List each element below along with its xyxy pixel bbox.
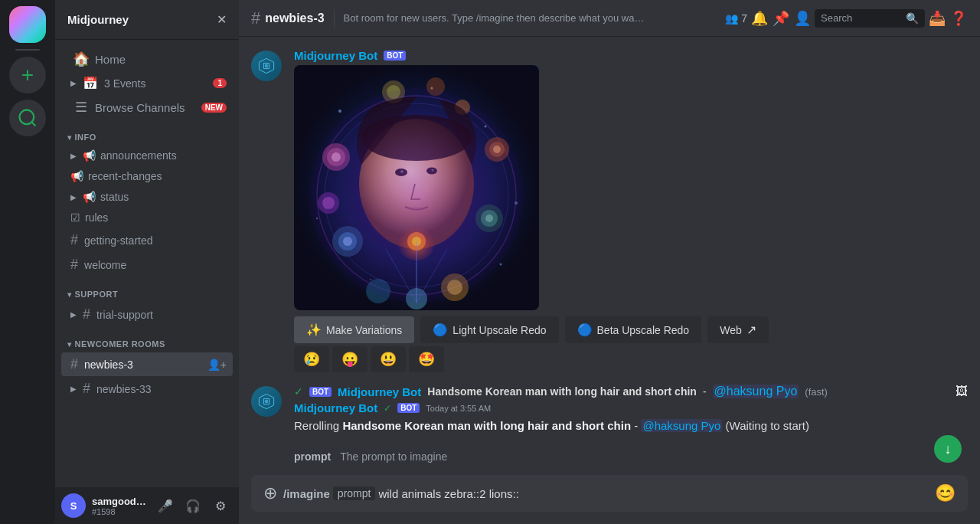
sidebar-item-browse[interactable]: ☰ Browse Channels NEW [61,95,233,120]
reaction-tongue[interactable]: 😛 [332,346,368,372]
explore-button[interactable] [9,100,46,136]
search-box[interactable]: 🔍 [815,9,925,28]
channel-newbies-33[interactable]: ▶ # newbies-33 [61,377,233,401]
web-button[interactable]: Web ↗ [707,316,769,343]
channel-announcements[interactable]: ▶ 📢 announcements [61,146,233,165]
light-upscale-label: Light Upscale Redo [452,324,546,336]
user-controls: 🎤 🎧 ⚙ [153,493,233,518]
header-mention: @haksung Pyo [713,385,799,398]
add-server-button[interactable]: + [9,57,46,93]
reaction-sad[interactable]: 😢 [294,346,329,372]
bot-avatar-2 [251,386,282,417]
channel-name: welcome [84,259,126,271]
members-number: 7 [741,12,747,25]
sub-bot-badge: BOT [397,403,420,413]
search-input[interactable] [821,12,901,24]
events-icon: 📅 [83,76,98,90]
svg-point-1 [265,64,269,68]
attach-button[interactable]: ⊕ [263,483,277,503]
beta-upscale-icon: 🔵 [577,323,593,337]
members-button[interactable]: 👤 [793,9,812,28]
user-avatar: S [61,493,86,518]
channel-recent-changes[interactable]: 📢 recent-changes [61,166,233,186]
svg-point-47 [265,400,269,404]
hash-icon2: # [70,257,78,273]
section-support-arrow[interactable]: ▾ [67,290,72,299]
channel-rules[interactable]: ☑ rules [61,208,233,228]
section-info-arrow[interactable]: ▾ [67,133,72,142]
bot-badge-2: BOT [309,387,332,397]
hash-icon4: # [70,356,78,372]
add-user-icon[interactable]: 👤+ [207,359,227,371]
message-header-1: Midjourney Bot BOT [294,49,968,62]
message-header-2: ✓ BOT Midjourney Bot Handsome Korean man… [294,385,968,398]
section-support: ▾ SUPPORT [55,277,239,302]
generated-image [294,65,539,310]
notifications-button[interactable]: 🔔 [750,9,769,28]
browse-icon: ☰ [74,100,89,115]
members-icon: 👥 [725,12,738,25]
expand-arrow4: ▶ [70,385,77,393]
expand-arrow: ▶ [70,152,77,160]
members-count: 👥 7 [725,12,747,25]
events-label: 3 Events [104,77,145,90]
external-link-icon: ↗ [746,323,756,337]
reaction-star-eyes[interactable]: 🤩 [409,346,444,372]
reroll-text: Rerolling Handsome Korean man with long … [294,418,968,434]
make-variations-button[interactable]: ✨ Make Variations [294,316,414,343]
server-list: + [0,0,55,524]
hash-icon: # [70,232,78,248]
settings-button[interactable]: ⚙ [208,493,233,518]
help-button[interactable]: ❓ [949,9,968,28]
section-info-label: INFO [75,133,96,142]
mute-button[interactable]: 🎤 [153,493,178,518]
sidebar-item-home[interactable]: 🏠 Home [61,47,233,71]
channel-getting-started[interactable]: # getting-started [61,228,233,252]
sub-time: Today at 3:55 AM [426,404,491,413]
message-content-2: ✓ BOT Midjourney Bot Handsome Korean man… [294,385,968,434]
hash-icon3: # [83,306,90,323]
reaction-buttons: 😢 😛 😃 🤩 [294,346,968,372]
svg-point-3 [338,110,341,113]
prompt-description: The prompt to imagine [340,450,447,463]
channel-status[interactable]: ▶ 📢 status [61,187,233,207]
midjourney-server-icon[interactable] [9,6,46,43]
user-panel: S samgoodw... #1598 🎤 🎧 ⚙ [55,487,239,524]
channel-newbies-3[interactable]: # newbies-3 👤+ [61,352,233,376]
home-label: Home [95,53,126,66]
channel-trial-support[interactable]: ▶ # trial-support [61,303,233,326]
reaction-grin[interactable]: 😃 [371,346,406,372]
rules-icon: ☑ [70,211,80,224]
username: samgoodw... [92,496,147,507]
inbox-button[interactable]: 📥 [928,9,946,28]
sidebar-item-events[interactable]: ▶ 📅 3 Events 1 [61,72,233,94]
light-upscale-button[interactable]: 🔵 Light Upscale Redo [420,316,558,343]
section-info: ▾ INFO [55,120,239,145]
main-wrapper: # newbies-3 Bot room for new users. Type… [239,0,980,524]
channel-name: trial-support [96,309,153,321]
scroll-bottom-button[interactable]: ↓ [934,435,962,463]
message-group-1: Midjourney Bot BOT [251,49,968,372]
beta-upscale-button[interactable]: 🔵 Beta Upscale Redo [565,316,702,343]
action-buttons: ✨ Make Variations 🔵 Light Upscale Redo 🔵… [294,316,968,343]
server-chevron: ✕ [217,12,227,27]
chat-input-area: ⊕ /imagine prompt 😊 [239,475,980,524]
topbar-divider [334,9,335,28]
emoji-button[interactable]: 😊 [935,483,956,503]
section-support-label: SUPPORT [75,290,119,299]
bot-badge-1: BOT [384,51,406,61]
user-initials: S [70,500,77,512]
server-header[interactable]: Midjourney ✕ [55,0,239,40]
svg-point-9 [500,264,502,266]
chat-text-input[interactable] [378,487,929,500]
deafen-button[interactable]: 🎧 [181,493,205,518]
browse-label: Browse Channels [95,101,185,114]
topbar-channel: # newbies-3 [251,8,325,28]
channel-welcome[interactable]: # welcome [61,253,233,277]
pin-button[interactable]: 📌 [772,9,790,28]
main-content: # newbies-3 Bot room for new users. Type… [239,0,980,524]
header-bold-text: Handsome Korean man with long hair and s… [427,385,697,398]
section-newcomer-arrow[interactable]: ▾ [67,340,72,349]
channel-list: 🏠 Home ▶ 📅 3 Events 1 ☰ Browse Channels … [55,40,239,487]
sub-author: Midjourney Bot [294,401,377,414]
